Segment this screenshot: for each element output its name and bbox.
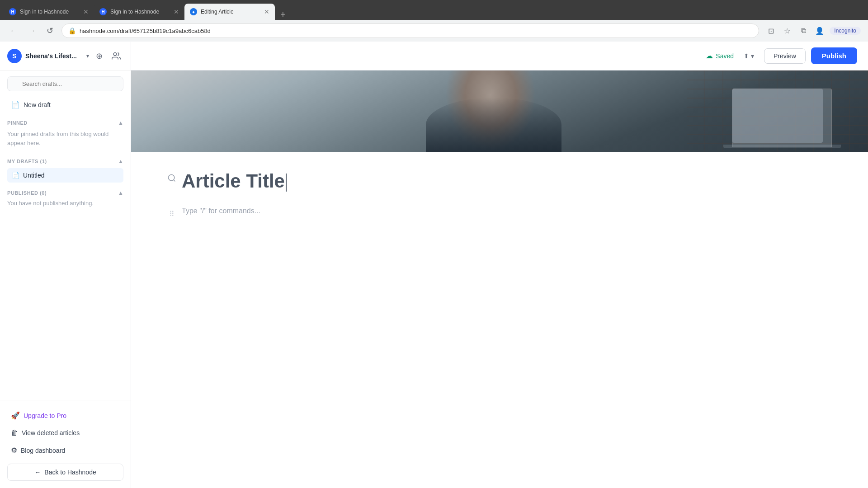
new-draft-button[interactable]: 📄 New draft [7, 97, 123, 113]
tab-1-favicon: H [9, 8, 16, 15]
preview-button[interactable]: Preview [764, 48, 806, 64]
cast-icon[interactable]: ⊡ [764, 24, 777, 37]
dashboard-icon: ⚙ [11, 446, 17, 455]
blog-logo: S [7, 49, 22, 63]
published-toggle[interactable]: ▲ [118, 190, 123, 196]
back-nav-button[interactable]: ← [7, 24, 20, 37]
saved-label: Saved [716, 52, 734, 60]
upgrade-icon: 🚀 [11, 411, 20, 420]
draft-item-untitled[interactable]: 📄 Untitled [7, 168, 123, 183]
tab-2-title: Sign in to Hashnode [110, 9, 170, 15]
new-draft-icon: 📄 [11, 100, 20, 109]
svg-point-0 [113, 53, 117, 56]
incognito-badge: Incognito [830, 27, 861, 35]
sidebar: S Sheena's Lifest... ▾ ⊕ 🔍 [0, 42, 131, 488]
tab-2-close[interactable]: ✕ [174, 8, 179, 15]
article-title-field[interactable]: Article Title [182, 170, 502, 192]
editor-area[interactable]: Article Title ⠿ Type "/" for commands... [131, 70, 868, 488]
pinned-toggle[interactable]: ▲ [118, 120, 123, 126]
new-tab-button[interactable]: + [277, 9, 289, 20]
share-icon: ⬆ [744, 52, 749, 60]
tab-2[interactable]: H Sign in to Hashnode ✕ [94, 4, 184, 20]
my-drafts-section: MY DRAFTS (1) ▲ 📄 Untitled [0, 158, 131, 183]
pin-icon [167, 174, 176, 185]
main-content: ☁ Saved ⬆ ▾ Preview Publish [131, 42, 868, 488]
search-wrapper: 🔍 [7, 76, 123, 91]
new-draft-label: New draft [24, 101, 51, 108]
svg-point-1 [169, 175, 175, 181]
tab-3-favicon: ● [190, 8, 197, 15]
url-text: hashnode.com/draft/657125b819c1a9abc6cab… [80, 28, 752, 34]
content-editor[interactable]: Type "/" for commands... [182, 207, 502, 215]
published-section: PUBLISHED (0) ▲ You have not published a… [0, 190, 131, 206]
back-arrow-icon: ← [34, 469, 41, 476]
my-drafts-title: MY DRAFTS (1) [7, 159, 47, 164]
my-drafts-header: MY DRAFTS (1) ▲ [7, 158, 123, 164]
blog-dashboard-link[interactable]: ⚙ Blog dashboard [7, 442, 123, 458]
upgrade-to-pro-link[interactable]: 🚀 Upgrade to Pro [7, 408, 123, 423]
article-title-row: Article Title [167, 170, 502, 192]
trash-icon: 🗑 [11, 429, 18, 437]
add-blog-button[interactable]: ⊕ [93, 50, 105, 62]
upgrade-label: Upgrade to Pro [24, 412, 66, 419]
article-title-text: Article Title [182, 170, 285, 192]
blog-dashboard-label: Blog dashboard [21, 447, 65, 454]
view-deleted-label: View deleted articles [22, 429, 80, 436]
share-button[interactable]: ⬆ ▾ [739, 50, 759, 62]
published-empty-text: You have not published anything. [7, 200, 123, 206]
draft-item-name: Untitled [23, 172, 44, 179]
sidebar-bottom: 🚀 Upgrade to Pro 🗑 View deleted articles… [0, 400, 131, 488]
pinned-section-title: PINNED [7, 120, 28, 126]
lock-icon: 🔒 [68, 27, 76, 34]
tab-1[interactable]: H Sign in to Hashnode ✕ [4, 4, 94, 20]
tab-bar: H Sign in to Hashnode ✕ H Sign in to Has… [0, 0, 868, 20]
search-input[interactable] [7, 76, 123, 91]
my-drafts-toggle[interactable]: ▲ [118, 158, 123, 164]
pinned-section: PINNED ▲ Your pinned drafts from this bl… [0, 120, 131, 155]
editor-content-row: ⠿ Type "/" for commands... [167, 207, 502, 220]
profile-icon[interactable]: 👤 [813, 24, 826, 37]
sidebar-header: S Sheena's Lifest... ▾ ⊕ [0, 42, 131, 71]
address-bar: ← → ↺ 🔒 hashnode.com/draft/657125b819c1a… [0, 20, 868, 42]
cover-image [131, 70, 868, 152]
tab-1-title: Sign in to Hashnode [20, 9, 80, 15]
app: S Sheena's Lifest... ▾ ⊕ 🔍 [0, 42, 868, 488]
share-dropdown-icon: ▾ [751, 52, 754, 60]
tab-3-close[interactable]: ✕ [264, 8, 269, 15]
back-button-label: Back to Hashnode [44, 469, 96, 476]
pinned-empty-text: Your pinned drafts from this blog would … [7, 130, 123, 147]
bookmark-icon[interactable]: ☆ [781, 24, 793, 37]
saved-cloud-icon: ☁ [706, 52, 713, 60]
publish-button[interactable]: Publish [811, 47, 857, 64]
blog-dropdown-button[interactable]: ▾ [86, 53, 89, 59]
back-to-hashnode-button[interactable]: ← Back to Hashnode [7, 464, 123, 481]
draft-item-icon: 📄 [12, 172, 19, 179]
published-header: PUBLISHED (0) ▲ [7, 190, 123, 196]
tab-2-favicon: H [99, 8, 107, 15]
svg-line-2 [174, 180, 175, 182]
tab-1-close[interactable]: ✕ [83, 8, 89, 15]
address-actions: ⊡ ☆ ⧉ 👤 Incognito [764, 24, 861, 37]
saved-status: ☁ Saved [706, 52, 734, 60]
tab-3[interactable]: ● Editing Article ✕ [184, 4, 275, 20]
search-box: 🔍 [0, 71, 131, 97]
view-deleted-articles-link[interactable]: 🗑 View deleted articles [7, 425, 123, 441]
reload-button[interactable]: ↺ [43, 24, 56, 37]
top-bar-right: ☁ Saved ⬆ ▾ Preview Publish [706, 47, 857, 64]
blog-name: Sheena's Lifest... [25, 52, 83, 60]
url-bar[interactable]: 🔒 hashnode.com/draft/657125b819c1a9abc6c… [61, 23, 759, 38]
top-bar: ☁ Saved ⬆ ▾ Preview Publish [131, 42, 868, 70]
team-icon[interactable] [109, 49, 123, 63]
text-cursor [286, 174, 287, 192]
editor-body: Article Title ⠿ Type "/" for commands... [131, 152, 538, 238]
browser-window: H Sign in to Hashnode ✕ H Sign in to Has… [0, 0, 868, 488]
drag-handle-icon[interactable]: ⠿ [167, 208, 176, 220]
extensions-icon[interactable]: ⧉ [797, 24, 810, 37]
tab-3-title: Editing Article [201, 9, 260, 15]
published-title: PUBLISHED (0) [7, 190, 47, 196]
pinned-section-header: PINNED ▲ [7, 120, 123, 126]
forward-nav-button[interactable]: → [25, 24, 38, 37]
